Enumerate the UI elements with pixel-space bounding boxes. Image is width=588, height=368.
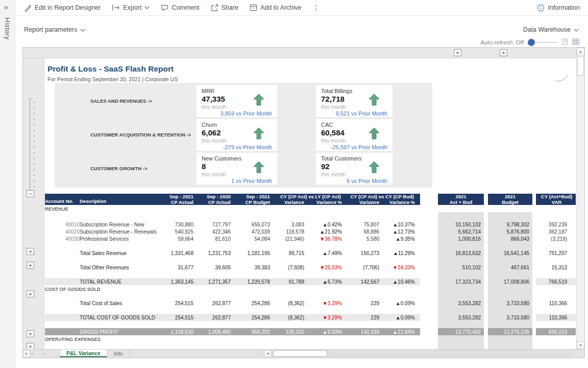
cell[interactable] bbox=[536, 285, 576, 292]
cell[interactable]: 3,553,282 bbox=[438, 314, 484, 321]
table-row[interactable] bbox=[45, 271, 576, 278]
cell[interactable] bbox=[488, 292, 532, 300]
cell[interactable] bbox=[484, 228, 488, 235]
cell[interactable]: 68,886 bbox=[347, 228, 384, 235]
cell[interactable]: 262,877 bbox=[195, 314, 233, 321]
cell[interactable] bbox=[45, 257, 156, 264]
cell[interactable] bbox=[420, 228, 438, 235]
prev-sheet-arrow[interactable]: ‹ bbox=[31, 350, 33, 356]
cell[interactable]: 59,664 bbox=[156, 235, 195, 242]
table-row[interactable]: Total Sales Revenue1,331,4681,231,7531,1… bbox=[45, 249, 576, 257]
cell[interactable]: 730,880 bbox=[156, 221, 195, 228]
cell[interactable]: TOTAL REVENUE bbox=[80, 278, 156, 285]
cell[interactable]: 540,925 bbox=[156, 228, 195, 235]
cell[interactable] bbox=[484, 285, 488, 292]
table-row[interactable] bbox=[45, 212, 576, 221]
cell[interactable] bbox=[156, 342, 420, 349]
cell[interactable] bbox=[484, 342, 488, 349]
cell[interactable] bbox=[484, 328, 488, 335]
column-header[interactable]: Variance % bbox=[309, 199, 347, 205]
column-header[interactable]: CP Actual bbox=[195, 199, 233, 205]
cell[interactable] bbox=[156, 257, 420, 264]
cell[interactable]: ▲12.84% bbox=[384, 328, 420, 335]
cell[interactable] bbox=[420, 205, 438, 212]
cell[interactable] bbox=[438, 205, 484, 212]
toggle-knob[interactable] bbox=[528, 39, 535, 46]
cell[interactable] bbox=[532, 328, 536, 335]
data-warehouse-dropdown[interactable]: Data Warehouse bbox=[523, 26, 579, 33]
auto-refresh-toggle[interactable] bbox=[528, 39, 557, 46]
column-expand-button[interactable]: + bbox=[500, 49, 507, 56]
cell[interactable] bbox=[420, 264, 438, 271]
cell[interactable]: 1,271,357 bbox=[195, 278, 233, 285]
cell[interactable]: ▼36.78% bbox=[309, 235, 347, 242]
cell[interactable]: ▲7.49% bbox=[309, 249, 347, 257]
cell[interactable]: 13,770,452 bbox=[438, 328, 484, 335]
cell[interactable] bbox=[536, 307, 576, 314]
cell[interactable] bbox=[532, 321, 536, 328]
column-header[interactable]: Variance bbox=[347, 199, 384, 205]
cell[interactable] bbox=[45, 300, 80, 307]
cell[interactable]: 142,567 bbox=[347, 278, 384, 285]
cell[interactable] bbox=[532, 342, 536, 349]
cell[interactable] bbox=[420, 321, 438, 328]
table-row[interactable] bbox=[45, 307, 576, 314]
cell[interactable]: REVENUE bbox=[45, 205, 156, 212]
cell[interactable]: ▲9.35% bbox=[384, 235, 420, 242]
vertical-scroll-thumb[interactable] bbox=[577, 56, 584, 76]
column-header[interactable]: 2021 bbox=[438, 194, 484, 199]
expand-panel-icon[interactable]: » bbox=[4, 3, 8, 11]
cell[interactable]: ▼24.33% bbox=[384, 264, 420, 271]
cell[interactable] bbox=[156, 335, 420, 342]
cell[interactable] bbox=[156, 307, 420, 314]
cell[interactable]: 751,207 bbox=[536, 249, 576, 257]
add-to-archive-button[interactable]: Add to Archive bbox=[250, 4, 302, 11]
section-row[interactable]: OPERATING EXPENSES bbox=[45, 335, 576, 342]
cell[interactable]: 13,275,226 bbox=[488, 328, 532, 335]
cell[interactable]: Total Sales Revenue bbox=[80, 249, 156, 257]
cell[interactable] bbox=[532, 278, 536, 285]
cell[interactable]: Subscription Revenue - New bbox=[80, 221, 156, 228]
export-button[interactable]: Export bbox=[112, 4, 150, 11]
column-header[interactable]: 2021 bbox=[488, 194, 532, 199]
kpi-card-churn[interactable]: Churn 6,062 this month -279 vs Prior Mon… bbox=[197, 119, 277, 151]
cell[interactable]: ▲6.73% bbox=[309, 278, 347, 285]
cell[interactable]: ▲0.42% bbox=[309, 221, 347, 228]
cell[interactable]: Total Other Revenues bbox=[80, 264, 156, 271]
cell[interactable]: 150,273 bbox=[347, 249, 384, 257]
cell[interactable] bbox=[532, 264, 536, 271]
cell[interactable] bbox=[420, 257, 438, 264]
cell[interactable] bbox=[45, 307, 156, 314]
cell[interactable]: 9,798,302 bbox=[488, 221, 532, 228]
column-header[interactable]: Account No. bbox=[45, 194, 80, 205]
cell[interactable]: Professional Services bbox=[80, 235, 156, 242]
cell[interactable]: 1,363,145 bbox=[156, 278, 195, 285]
cell[interactable]: 75,807 bbox=[347, 221, 384, 228]
cell[interactable]: 727,797 bbox=[195, 221, 233, 228]
cell[interactable]: 656,153 bbox=[536, 328, 576, 335]
cell[interactable]: 1,108,630 bbox=[156, 328, 195, 335]
cell[interactable]: TOTAL COST OF GOODS SOLD bbox=[80, 314, 156, 321]
cell[interactable]: 110,366 bbox=[536, 314, 576, 321]
cell[interactable]: ▲9.03% bbox=[309, 328, 347, 335]
cell[interactable]: 866,043 bbox=[488, 235, 532, 242]
cell[interactable] bbox=[532, 228, 536, 235]
cell[interactable] bbox=[438, 292, 484, 300]
cell[interactable] bbox=[156, 242, 420, 249]
table-grid-icon[interactable] bbox=[572, 38, 579, 46]
cell[interactable] bbox=[532, 307, 536, 314]
cell[interactable]: 229 bbox=[347, 300, 384, 307]
history-tab[interactable]: History bbox=[4, 17, 11, 40]
cell[interactable] bbox=[420, 307, 438, 314]
cell[interactable]: 39,605 bbox=[195, 264, 233, 271]
cell[interactable]: 81,610 bbox=[195, 235, 233, 242]
cell[interactable]: 54,084 bbox=[233, 235, 272, 242]
share-button[interactable]: Share bbox=[211, 4, 238, 12]
column-header[interactable]: CY (CP Act) vs CY (CP Bud) bbox=[347, 194, 420, 199]
cell[interactable] bbox=[484, 235, 488, 242]
cell[interactable] bbox=[45, 249, 80, 257]
kpi-card-cac[interactable]: CAC 60,584 this month -25,597 vs Prior M… bbox=[316, 119, 393, 151]
cell[interactable] bbox=[420, 271, 438, 278]
column-header[interactable] bbox=[484, 194, 488, 205]
edit-in-designer-button[interactable]: Edit in Report Designer bbox=[24, 4, 101, 12]
